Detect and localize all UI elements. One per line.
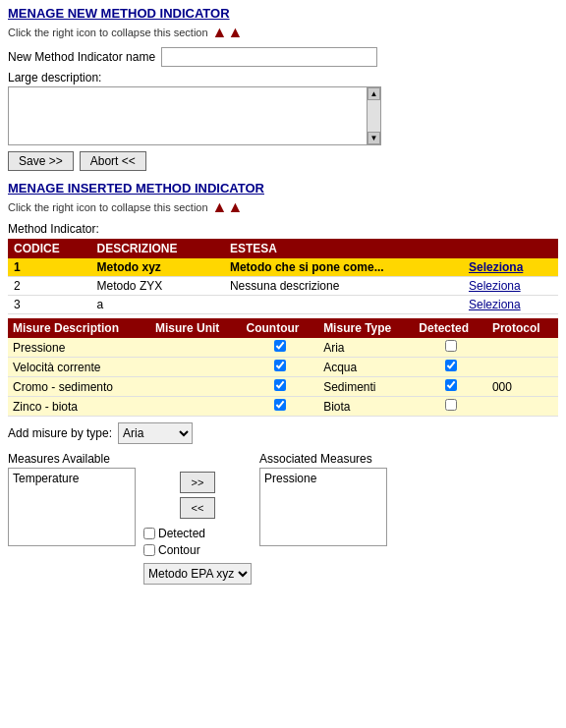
cell-desc: Cromo - sedimento [8,377,150,397]
inserted-method-section: MENAGE INSERTED METHOD INDICATOR Click t… [8,181,558,585]
col-descrizione: DESCRIZIONE [91,239,224,258]
contour-label: Contour [158,543,200,557]
measures-row: Velocità corrente Acqua [8,358,558,377]
col-seleziona [463,239,558,258]
cell-countour[interactable] [242,338,319,358]
cell-estesa: Nessuna descrizione [224,277,463,296]
name-label: New Method Indicator name [8,50,155,64]
scroll-down-btn[interactable]: ▼ [368,132,380,144]
cell-estesa [224,296,463,314]
detected-checkbox[interactable] [143,528,155,539]
desc-label: Large description: [8,71,558,84]
col-protocol: Protocol [487,318,558,338]
contour-checkbox-label[interactable]: Contour [143,543,252,557]
contour-checkbox[interactable] [143,544,155,556]
cell-protocol: 000 [487,377,558,397]
transfer-forward-btn[interactable]: >> [180,472,215,493]
cell-codice: 2 [8,277,91,296]
cell-descrizione: a [91,296,224,314]
cell-unit [150,377,242,397]
cell-codice: 3 [8,296,91,314]
cell-detected[interactable] [414,358,487,377]
measures-row: Zinco - biota Biota [8,397,558,417]
detected-label: Detected [158,527,205,540]
associated-list[interactable]: Pressione [259,468,387,546]
method-table: CODICE DESCRIZIONE ESTESA 1 Metodo xyz M… [8,239,558,314]
protocol-select[interactable]: Metodo EPA xyz [143,563,252,585]
associated-label: Associated Measures [259,452,387,466]
cell-descrizione: Metodo ZYX [91,277,224,296]
cell-protocol [487,397,558,417]
col-misure-type: Misure Type [318,318,414,338]
cell-protocol [487,358,558,377]
cell-countour[interactable] [242,397,319,417]
method-indicator-label: Method Indicator: [8,222,558,236]
add-misure-label: Add misure by type: [8,426,112,440]
associated-column: Associated Measures Pressione [259,452,387,546]
transfer-column: >> << Detected Contour Metodo EPA xyz [143,452,252,585]
cell-type: Biota [318,397,414,417]
table-row: 2 Metodo ZYX Nessuna descrizione Selezio… [8,277,558,296]
new-method-section: MENAGE NEW METHOD INDICATOR Click the ri… [8,6,558,171]
cell-seleziona[interactable]: Seleziona [463,258,558,277]
cell-detected[interactable] [414,377,487,397]
scrollbar: ▲ ▼ [367,87,380,144]
inserted-method-collapse-text: Click the right icon to collapse this se… [8,201,208,213]
cell-unit [150,397,242,417]
measures-table: Misure Description Misure Unit Countour … [8,318,558,417]
inserted-method-title: MENAGE INSERTED METHOD INDICATOR [8,181,558,196]
col-estesa: ESTESA [224,239,463,258]
cell-desc: Velocità corrente [8,358,150,377]
new-method-title: MENAGE NEW METHOD INDICATOR [8,6,558,21]
list-item[interactable]: Pressione [262,471,384,486]
col-codice: CODICE [8,239,91,258]
list-item[interactable]: Temperature [11,471,133,486]
cell-type: Acqua [318,358,414,377]
abort-button[interactable]: Abort << [80,151,146,171]
cell-desc: Zinco - biota [8,397,150,417]
col-misure-desc: Misure Description [8,318,150,338]
detected-checkbox-label[interactable]: Detected [143,527,252,540]
cell-descrizione: Metodo xyz [91,258,224,277]
cell-seleziona[interactable]: Seleziona [463,277,558,296]
cell-detected[interactable] [414,397,487,417]
available-label: Measures Available [8,452,136,466]
large-desc-wrapper: ▲ ▼ [8,86,381,145]
cell-unit [150,358,242,377]
cell-type: Sedimenti [318,377,414,397]
new-method-collapse-icon[interactable]: ▲▲ [212,24,244,41]
new-method-collapse-text: Click the right icon to collapse this se… [8,27,208,38]
large-desc-textarea[interactable] [9,87,367,144]
cell-countour[interactable] [242,358,319,377]
measures-row: Pressione Aria [8,338,558,358]
col-countour: Countour [242,318,319,338]
measures-row: Cromo - sedimento Sedimenti 000 [8,377,558,397]
scroll-up-btn[interactable]: ▲ [368,87,380,100]
type-select[interactable]: Aria Acqua Sedimenti Biota [118,422,193,444]
available-list[interactable]: Temperature [8,468,136,546]
cell-type: Aria [318,338,414,358]
transfer-back-btn[interactable]: << [180,497,215,519]
inserted-method-collapse-icon[interactable]: ▲▲ [212,198,244,216]
col-misure-unit: Misure Unit [150,318,242,338]
table-row: 1 Metodo xyz Metodo che si pone come... … [8,258,558,277]
name-input[interactable] [161,47,377,67]
cell-protocol [487,338,558,358]
bottom-panel: Measures Available Temperature >> << Det… [8,452,558,585]
protocol-options: Detected Contour Metodo EPA xyz [143,527,252,585]
cell-estesa: Metodo che si pone come... [224,258,463,277]
table-row: 3 a Seleziona [8,296,558,314]
available-column: Measures Available Temperature [8,452,136,546]
cell-seleziona[interactable]: Seleziona [463,296,558,314]
cell-desc: Pressione [8,338,150,358]
cell-codice: 1 [8,258,91,277]
cell-unit [150,338,242,358]
cell-countour[interactable] [242,377,319,397]
col-detected: Detected [414,318,487,338]
save-button[interactable]: Save >> [8,151,74,171]
cell-detected[interactable] [414,338,487,358]
